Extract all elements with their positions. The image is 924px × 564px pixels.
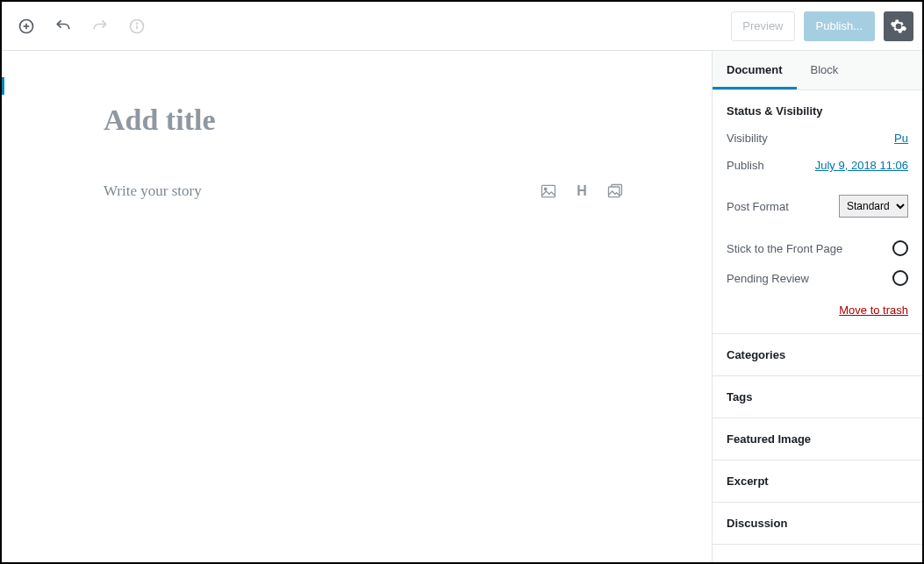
stick-front-page-label: Stick to the Front Page (727, 242, 842, 255)
redo-icon (91, 18, 109, 35)
image-block-button[interactable] (540, 182, 557, 200)
gallery-icon (606, 182, 624, 200)
stick-front-page-row: Stick to the Front Page (727, 233, 908, 263)
toolbar-left-group (11, 11, 153, 42)
visibility-value-link[interactable]: Pu (894, 132, 908, 145)
tags-heading: Tags (713, 376, 922, 418)
undo-icon (54, 18, 72, 35)
panel-discussion[interactable]: Discussion (713, 503, 922, 545)
featured-image-heading: Featured Image (713, 418, 922, 460)
settings-toggle-button[interactable] (884, 11, 913, 41)
info-button[interactable] (121, 11, 153, 42)
panel-excerpt[interactable]: Excerpt (713, 460, 922, 503)
publish-label: Publish (727, 159, 764, 172)
image-icon (540, 182, 557, 200)
pending-review-label: Pending Review (727, 272, 809, 285)
heading-block-button[interactable]: H (573, 182, 591, 200)
publish-date-row: Publish July 9, 2018 11:06 (727, 152, 908, 179)
post-format-row: Post Format Standard (727, 188, 908, 225)
redo-button[interactable] (84, 11, 116, 42)
stick-front-page-toggle[interactable] (892, 240, 908, 256)
svg-point-5 (137, 23, 138, 24)
pending-review-toggle[interactable] (892, 270, 908, 286)
post-format-label: Post Format (727, 200, 789, 213)
panel-featured-image[interactable]: Featured Image (713, 418, 922, 460)
status-visibility-heading: Status & Visibility (727, 104, 908, 118)
editor-canvas: H (5, 51, 712, 562)
publish-button[interactable]: Publish... (804, 11, 875, 41)
svg-point-7 (544, 188, 547, 190)
plus-circle-icon (18, 18, 35, 35)
move-to-trash-link[interactable]: Move to trash (839, 303, 908, 317)
body-area: H Document Block Status & Visibility Vis… (2, 51, 922, 562)
preview-button[interactable]: Preview (731, 11, 794, 41)
visibility-label: Visibility (727, 132, 768, 145)
default-block-row: H (104, 182, 659, 200)
categories-heading: Categories (713, 334, 922, 375)
add-block-button[interactable] (11, 11, 42, 42)
post-format-select[interactable]: Standard (839, 195, 908, 218)
post-body-input[interactable] (104, 182, 540, 200)
excerpt-heading: Excerpt (713, 460, 922, 502)
panel-categories[interactable]: Categories (713, 334, 922, 376)
post-title-input[interactable] (104, 104, 659, 137)
tab-document[interactable]: Document (713, 51, 797, 89)
toolbar-right-group: Preview Publish... (731, 11, 913, 41)
gallery-block-button[interactable] (606, 182, 624, 200)
visibility-row: Visibility Pu (727, 125, 908, 152)
undo-button[interactable] (47, 11, 79, 42)
sidebar-tabs: Document Block (713, 51, 922, 90)
discussion-heading: Discussion (713, 503, 922, 544)
top-toolbar: Preview Publish... (2, 2, 922, 51)
trash-row: Move to trash (727, 293, 908, 319)
publish-date-link[interactable]: July 9, 2018 11:06 (815, 159, 908, 172)
gear-icon (890, 18, 907, 35)
pending-review-row: Pending Review (727, 263, 908, 293)
info-icon (128, 18, 146, 35)
settings-sidebar: Document Block Status & Visibility Visib… (712, 51, 922, 562)
panel-status-visibility: Status & Visibility Visibility Pu Publis… (713, 90, 922, 334)
svg-rect-8 (609, 187, 620, 197)
tab-block[interactable]: Block (797, 51, 853, 89)
svg-rect-6 (542, 185, 555, 196)
quick-inserter-icons: H (540, 182, 624, 200)
panel-tags[interactable]: Tags (713, 376, 922, 418)
